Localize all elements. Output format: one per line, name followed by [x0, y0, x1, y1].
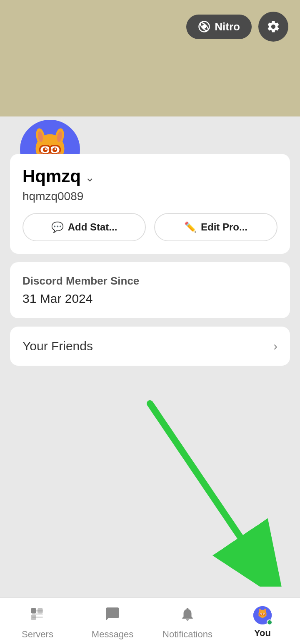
messages-label: Messages [92, 629, 133, 640]
svg-line-22 [150, 404, 262, 570]
username-tag: hqmzq0089 [22, 190, 278, 203]
svg-rect-25 [38, 608, 43, 614]
settings-button[interactable] [258, 12, 288, 42]
friends-card[interactable]: Your Friends › [10, 327, 290, 366]
edit-profile-label: Edit Pro... [201, 221, 248, 233]
member-since-date: 31 Mar 2024 [22, 292, 278, 306]
profile-banner: Nitro [0, 0, 300, 116]
nav-you[interactable]: You [225, 606, 300, 639]
servers-icon [30, 606, 45, 626]
svg-point-37 [263, 614, 265, 615]
main-content: Hqmzq ⌄ hqmzq0089 💬 Add Stat... ✏️ Edit … [0, 154, 300, 441]
svg-point-17 [55, 148, 56, 150]
servers-label: Servers [22, 629, 53, 640]
add-status-button[interactable]: 💬 Add Stat... [22, 213, 146, 241]
svg-point-38 [262, 616, 263, 617]
you-label: You [254, 628, 271, 639]
bottom-navigation: Servers Messages Notifications [0, 597, 300, 644]
username-chevron-icon[interactable]: ⌄ [85, 171, 95, 184]
notifications-icon [180, 606, 195, 626]
svg-rect-24 [31, 615, 36, 620]
nav-servers[interactable]: Servers [0, 606, 75, 640]
gear-icon [266, 20, 280, 34]
member-since-card: Discord Member Since 31 Mar 2024 [10, 262, 290, 318]
edit-profile-button[interactable]: ✏️ Edit Pro... [154, 213, 278, 241]
member-since-title: Discord Member Since [22, 275, 278, 287]
profile-section: Hqmzq ⌄ hqmzq0089 💬 Add Stat... ✏️ Edit … [0, 154, 300, 366]
svg-point-16 [45, 148, 47, 150]
chat-bubble-icon: 💬 [51, 221, 64, 233]
display-name: Hqmzq [22, 166, 81, 186]
pencil-icon: ✏️ [184, 221, 197, 233]
nitro-icon [198, 20, 210, 33]
nitro-button[interactable]: Nitro [186, 15, 252, 39]
svg-point-39 [258, 615, 260, 616]
messages-icon [105, 606, 120, 626]
nav-messages[interactable]: Messages [75, 606, 150, 640]
annotation-arrow [125, 395, 283, 587]
nitro-label: Nitro [215, 20, 240, 33]
svg-rect-23 [31, 608, 36, 614]
you-online-dot [267, 619, 272, 625]
nav-notifications[interactable]: Notifications [150, 606, 225, 640]
top-action-buttons: Nitro [186, 12, 288, 42]
svg-point-36 [260, 614, 262, 615]
username-row: Hqmzq ⌄ [22, 166, 278, 186]
profile-buttons: 💬 Add Stat... ✏️ Edit Pro... [22, 213, 278, 241]
friends-chevron-icon: › [273, 339, 278, 353]
you-avatar [253, 606, 272, 624]
friends-label: Your Friends [22, 339, 93, 353]
svg-point-40 [265, 615, 267, 616]
profile-info-card: Hqmzq ⌄ hqmzq0089 💬 Add Stat... ✏️ Edit … [10, 154, 290, 254]
notifications-label: Notifications [162, 629, 212, 640]
add-status-label: Add Stat... [68, 221, 118, 233]
